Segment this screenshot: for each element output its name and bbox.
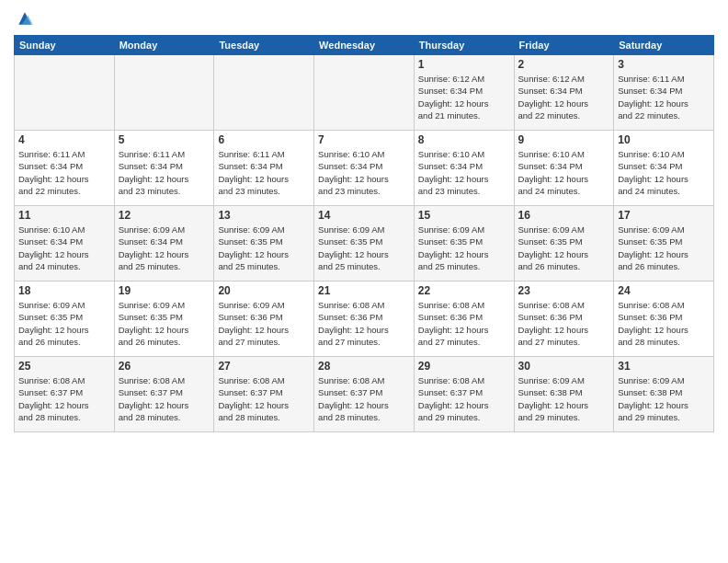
day-info: Sunrise: 6:09 AM Sunset: 6:34 PM Dayligh… [119, 224, 210, 272]
day-info: Sunrise: 6:09 AM Sunset: 6:35 PM Dayligh… [618, 224, 710, 272]
day-cell: 11Sunrise: 6:10 AM Sunset: 6:34 PM Dayli… [15, 206, 115, 282]
day-cell: 2Sunrise: 6:12 AM Sunset: 6:34 PM Daylig… [514, 55, 614, 131]
day-info: Sunrise: 6:08 AM Sunset: 6:36 PM Dayligh… [618, 299, 710, 348]
day-cell: 6Sunrise: 6:11 AM Sunset: 6:34 PM Daylig… [214, 131, 314, 206]
day-number: 24 [618, 284, 710, 297]
day-number: 2 [518, 58, 610, 71]
weekday-header-thursday: Thursday [414, 36, 514, 55]
day-number: 10 [618, 133, 710, 146]
day-number: 27 [218, 360, 310, 373]
day-info: Sunrise: 6:09 AM Sunset: 6:35 PM Dayligh… [518, 224, 610, 272]
day-cell: 4Sunrise: 6:11 AM Sunset: 6:34 PM Daylig… [15, 131, 115, 206]
day-cell: 24Sunrise: 6:08 AM Sunset: 6:36 PM Dayli… [614, 282, 714, 357]
day-info: Sunrise: 6:08 AM Sunset: 6:37 PM Dayligh… [218, 374, 310, 423]
day-number: 22 [418, 284, 510, 297]
logo-icon [16, 9, 34, 28]
day-cell: 20Sunrise: 6:09 AM Sunset: 6:36 PM Dayli… [214, 282, 314, 357]
day-info: Sunrise: 6:09 AM Sunset: 6:38 PM Dayligh… [618, 374, 710, 423]
week-row-2: 4Sunrise: 6:11 AM Sunset: 6:34 PM Daylig… [15, 131, 714, 206]
day-number: 6 [218, 133, 310, 146]
day-number: 30 [518, 360, 610, 373]
day-cell [114, 55, 214, 131]
day-number: 3 [618, 58, 710, 71]
day-info: Sunrise: 6:11 AM Sunset: 6:34 PM Dayligh… [618, 73, 710, 121]
day-number: 5 [119, 133, 210, 146]
day-number: 11 [18, 209, 110, 222]
day-cell: 31Sunrise: 6:09 AM Sunset: 6:38 PM Dayli… [614, 357, 714, 432]
day-number: 1 [418, 58, 510, 71]
day-cell: 1Sunrise: 6:12 AM Sunset: 6:34 PM Daylig… [414, 55, 514, 131]
day-info: Sunrise: 6:09 AM Sunset: 6:35 PM Dayligh… [318, 224, 410, 272]
weekday-header-tuesday: Tuesday [214, 36, 314, 55]
day-info: Sunrise: 6:08 AM Sunset: 6:37 PM Dayligh… [418, 374, 510, 423]
day-info: Sunrise: 6:08 AM Sunset: 6:36 PM Dayligh… [318, 299, 410, 348]
weekday-header-monday: Monday [114, 36, 214, 55]
day-info: Sunrise: 6:10 AM Sunset: 6:34 PM Dayligh… [618, 148, 710, 197]
day-number: 13 [218, 209, 310, 222]
day-cell: 23Sunrise: 6:08 AM Sunset: 6:36 PM Dayli… [514, 282, 614, 357]
day-number: 25 [18, 360, 110, 373]
day-cell: 8Sunrise: 6:10 AM Sunset: 6:34 PM Daylig… [414, 131, 514, 206]
day-cell [15, 55, 115, 131]
day-info: Sunrise: 6:09 AM Sunset: 6:35 PM Dayligh… [418, 224, 510, 272]
weekday-header-row: SundayMondayTuesdayWednesdayThursdayFrid… [15, 36, 714, 55]
day-info: Sunrise: 6:11 AM Sunset: 6:34 PM Dayligh… [218, 148, 310, 197]
day-cell: 17Sunrise: 6:09 AM Sunset: 6:35 PM Dayli… [614, 206, 714, 282]
logo [14, 9, 34, 28]
day-cell [214, 55, 314, 131]
day-number: 15 [418, 209, 510, 222]
day-cell: 26Sunrise: 6:08 AM Sunset: 6:37 PM Dayli… [114, 357, 214, 432]
week-row-3: 11Sunrise: 6:10 AM Sunset: 6:34 PM Dayli… [15, 206, 714, 282]
day-number: 20 [218, 284, 310, 297]
day-number: 4 [18, 133, 110, 146]
day-cell: 21Sunrise: 6:08 AM Sunset: 6:36 PM Dayli… [314, 282, 415, 357]
page: SundayMondayTuesdayWednesdayThursdayFrid… [0, 0, 728, 563]
day-info: Sunrise: 6:08 AM Sunset: 6:36 PM Dayligh… [518, 299, 610, 348]
day-info: Sunrise: 6:12 AM Sunset: 6:34 PM Dayligh… [418, 73, 510, 121]
day-cell: 27Sunrise: 6:08 AM Sunset: 6:37 PM Dayli… [214, 357, 314, 432]
day-info: Sunrise: 6:09 AM Sunset: 6:35 PM Dayligh… [119, 299, 210, 348]
weekday-header-saturday: Saturday [614, 36, 714, 55]
day-info: Sunrise: 6:10 AM Sunset: 6:34 PM Dayligh… [318, 148, 410, 197]
day-cell: 3Sunrise: 6:11 AM Sunset: 6:34 PM Daylig… [614, 55, 714, 131]
day-number: 17 [618, 209, 710, 222]
day-number: 21 [318, 284, 410, 297]
day-number: 12 [119, 209, 210, 222]
day-cell [314, 55, 415, 131]
day-cell: 18Sunrise: 6:09 AM Sunset: 6:35 PM Dayli… [15, 282, 115, 357]
day-info: Sunrise: 6:08 AM Sunset: 6:37 PM Dayligh… [318, 374, 410, 423]
day-cell: 19Sunrise: 6:09 AM Sunset: 6:35 PM Dayli… [114, 282, 214, 357]
day-cell: 22Sunrise: 6:08 AM Sunset: 6:36 PM Dayli… [414, 282, 514, 357]
week-row-5: 25Sunrise: 6:08 AM Sunset: 6:37 PM Dayli… [15, 357, 714, 432]
day-info: Sunrise: 6:11 AM Sunset: 6:34 PM Dayligh… [18, 148, 110, 197]
day-number: 18 [18, 284, 110, 297]
day-cell: 9Sunrise: 6:10 AM Sunset: 6:34 PM Daylig… [514, 131, 614, 206]
day-number: 26 [119, 360, 210, 373]
day-info: Sunrise: 6:09 AM Sunset: 6:35 PM Dayligh… [18, 299, 110, 348]
day-number: 28 [318, 360, 410, 373]
day-info: Sunrise: 6:12 AM Sunset: 6:34 PM Dayligh… [518, 73, 610, 121]
day-number: 14 [318, 209, 410, 222]
day-number: 8 [418, 133, 510, 146]
day-number: 7 [318, 133, 410, 146]
day-info: Sunrise: 6:11 AM Sunset: 6:34 PM Dayligh… [119, 148, 210, 197]
day-cell: 25Sunrise: 6:08 AM Sunset: 6:37 PM Dayli… [15, 357, 115, 432]
week-row-1: 1Sunrise: 6:12 AM Sunset: 6:34 PM Daylig… [15, 55, 714, 131]
weekday-header-sunday: Sunday [15, 36, 115, 55]
day-number: 29 [418, 360, 510, 373]
day-cell: 5Sunrise: 6:11 AM Sunset: 6:34 PM Daylig… [114, 131, 214, 206]
day-info: Sunrise: 6:10 AM Sunset: 6:34 PM Dayligh… [418, 148, 510, 197]
day-cell: 28Sunrise: 6:08 AM Sunset: 6:37 PM Dayli… [314, 357, 415, 432]
day-info: Sunrise: 6:08 AM Sunset: 6:36 PM Dayligh… [418, 299, 510, 348]
day-cell: 7Sunrise: 6:10 AM Sunset: 6:34 PM Daylig… [314, 131, 415, 206]
day-cell: 10Sunrise: 6:10 AM Sunset: 6:34 PM Dayli… [614, 131, 714, 206]
day-cell: 30Sunrise: 6:09 AM Sunset: 6:38 PM Dayli… [514, 357, 614, 432]
day-number: 23 [518, 284, 610, 297]
day-cell: 14Sunrise: 6:09 AM Sunset: 6:35 PM Dayli… [314, 206, 415, 282]
day-number: 16 [518, 209, 610, 222]
day-info: Sunrise: 6:09 AM Sunset: 6:35 PM Dayligh… [218, 224, 310, 272]
day-number: 19 [119, 284, 210, 297]
day-cell: 15Sunrise: 6:09 AM Sunset: 6:35 PM Dayli… [414, 206, 514, 282]
day-cell: 16Sunrise: 6:09 AM Sunset: 6:35 PM Dayli… [514, 206, 614, 282]
week-row-4: 18Sunrise: 6:09 AM Sunset: 6:35 PM Dayli… [15, 282, 714, 357]
